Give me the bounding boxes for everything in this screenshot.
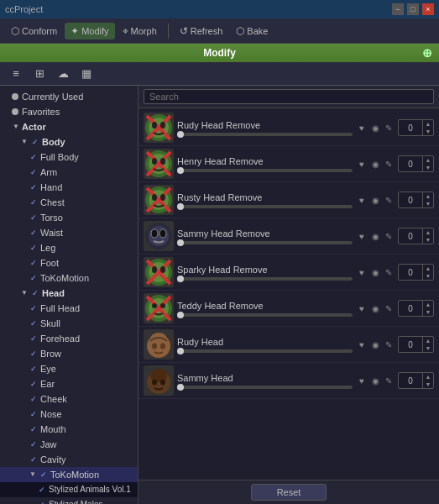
stepper-up[interactable]: ▲ xyxy=(423,265,433,272)
sidebar-item-cheek[interactable]: ✓ Cheek xyxy=(0,391,138,407)
tab-icon-0[interactable]: ≡ xyxy=(7,65,25,83)
sidebar-item-ear[interactable]: ✓ Ear xyxy=(0,376,138,391)
sidebar-item-full-body[interactable]: ✓ Full Body xyxy=(0,150,138,165)
bake-button[interactable]: ⬡ Bake xyxy=(230,23,274,39)
morph-thumbnail xyxy=(144,257,174,287)
edit-button[interactable]: ✎ xyxy=(383,122,395,134)
sidebar-item-favorites[interactable]: Favorites xyxy=(0,104,138,119)
minimize-button[interactable]: − xyxy=(392,3,404,15)
title-bar: ccProject − □ × xyxy=(0,0,439,18)
panel-header: Modify ⊕ xyxy=(0,44,439,62)
like-button[interactable]: ♥ xyxy=(356,230,368,242)
edit-button[interactable]: ✎ xyxy=(383,230,395,242)
modify-button[interactable]: ✦ Modify xyxy=(65,23,114,39)
sidebar-item-torso[interactable]: ✓ Torso xyxy=(0,210,138,225)
sidebar-item-eye[interactable]: ✓ Eye xyxy=(0,361,138,376)
stepper-down[interactable]: ▼ xyxy=(423,381,433,388)
edit-button[interactable]: ✎ xyxy=(383,339,395,350)
morph-slider[interactable] xyxy=(177,205,353,208)
edit-button[interactable]: ✎ xyxy=(383,158,395,170)
sidebar-label: ToKoMotion xyxy=(50,468,99,481)
refresh-button[interactable]: ↺ Refresh xyxy=(174,23,229,39)
pin-button[interactable]: ◉ xyxy=(369,375,381,386)
pin-button[interactable]: ◉ xyxy=(369,122,381,134)
like-button[interactable]: ♥ xyxy=(356,122,368,134)
sidebar-item-tokomotion-body[interactable]: ✓ ToKoMotion xyxy=(0,270,138,286)
sidebar-item-mouth[interactable]: ✓ Mouth xyxy=(0,422,138,437)
stepper-up[interactable]: ▲ xyxy=(423,156,433,164)
sidebar-item-tokomotion-head[interactable]: ▼ ✓ ToKoMotion xyxy=(0,467,138,482)
stepper-down[interactable]: ▼ xyxy=(423,200,433,207)
sidebar-item-skull[interactable]: ✓ Skull xyxy=(0,316,138,331)
restore-button[interactable]: □ xyxy=(407,3,419,15)
close-button[interactable]: × xyxy=(422,3,434,15)
svg-point-37 xyxy=(160,344,165,349)
sidebar-item-currently-used[interactable]: Currently Used xyxy=(0,89,138,104)
sidebar-item-jaw[interactable]: ✓ Jaw xyxy=(0,437,138,452)
sidebar-item-stylized-animals[interactable]: ✓ Stylized Animals Vol.1 xyxy=(0,482,138,497)
morph-slider[interactable] xyxy=(177,277,353,281)
stepper-up[interactable]: ▲ xyxy=(423,192,433,200)
morph-slider[interactable] xyxy=(177,241,353,244)
conform-button[interactable]: ⬡ Conform xyxy=(5,23,63,39)
sidebar-item-arm[interactable]: ✓ Arm xyxy=(0,165,138,180)
sidebar-item-chest[interactable]: ✓ Chest xyxy=(0,195,138,210)
sidebar-item-full-head[interactable]: ✓ Full Head xyxy=(0,301,138,316)
sidebar-item-stylized-males[interactable]: ✓ Stylized Males xyxy=(0,497,138,504)
morph-thumbnail xyxy=(144,365,174,396)
morph-slider[interactable] xyxy=(177,349,353,353)
morph-slider[interactable] xyxy=(177,169,353,172)
sidebar-label: Skull xyxy=(40,317,60,330)
stepper-up[interactable]: ▲ xyxy=(423,228,433,236)
tab-icon-3[interactable]: ▦ xyxy=(77,65,96,83)
morph-button[interactable]: ⌖ Morph xyxy=(117,23,163,39)
stepper-down[interactable]: ▼ xyxy=(423,128,433,135)
sidebar-item-forehead[interactable]: ✓ Forehead xyxy=(0,331,138,346)
edit-button[interactable]: ✎ xyxy=(383,375,395,386)
sidebar-item-leg[interactable]: ✓ Leg xyxy=(0,240,138,255)
stepper-up[interactable]: ▲ xyxy=(423,120,433,128)
pin-button[interactable]: ◉ xyxy=(369,302,381,314)
stepper-up[interactable]: ▲ xyxy=(423,373,433,381)
pin-button[interactable]: ◉ xyxy=(369,230,381,242)
sidebar-item-actor[interactable]: ▼ Actor xyxy=(0,119,138,134)
like-button[interactable]: ♥ xyxy=(356,158,368,170)
stepper-down[interactable]: ▼ xyxy=(423,164,433,171)
sidebar-item-foot[interactable]: ✓ Foot xyxy=(0,255,138,270)
sidebar-item-body[interactable]: ▼ ✓ Body xyxy=(0,134,138,150)
morph-info: Rudy Head Remove xyxy=(177,120,353,136)
morph-slider[interactable] xyxy=(177,133,353,136)
like-button[interactable]: ♥ xyxy=(356,375,368,386)
pin-button[interactable]: ◉ xyxy=(369,194,381,206)
sidebar-item-cavity[interactable]: ✓ Cavity xyxy=(0,452,138,467)
pin-button[interactable]: ◉ xyxy=(369,158,381,170)
like-button[interactable]: ♥ xyxy=(356,339,368,350)
sidebar-item-brow[interactable]: ✓ Brow xyxy=(0,346,138,361)
stepper-down[interactable]: ▼ xyxy=(423,344,433,352)
edit-button[interactable]: ✎ xyxy=(383,302,395,314)
stepper-up[interactable]: ▲ xyxy=(423,301,433,308)
search-input[interactable] xyxy=(144,89,434,104)
reset-button[interactable]: Reset xyxy=(251,484,327,501)
stepper-down[interactable]: ▼ xyxy=(423,236,433,244)
expand-arrow-icon: ▼ xyxy=(20,289,29,297)
stepper-up[interactable]: ▲ xyxy=(423,337,433,344)
tab-icon-2[interactable]: ☁ xyxy=(54,65,72,83)
sidebar-item-head[interactable]: ▼ ✓ Head xyxy=(0,286,138,301)
edit-button[interactable]: ✎ xyxy=(383,194,395,206)
sidebar-item-nose[interactable]: ✓ Nose xyxy=(0,407,138,422)
pin-button[interactable]: ◉ xyxy=(369,339,381,350)
like-button[interactable]: ♥ xyxy=(356,194,368,206)
sidebar-label: Currently Used xyxy=(22,90,83,103)
sidebar-item-waist[interactable]: ✓ Waist xyxy=(0,225,138,240)
tab-icon-1[interactable]: ⊞ xyxy=(30,65,49,83)
pin-button[interactable]: ◉ xyxy=(369,266,381,278)
like-button[interactable]: ♥ xyxy=(356,302,368,314)
morph-slider[interactable] xyxy=(177,313,353,317)
stepper-down[interactable]: ▼ xyxy=(423,308,433,316)
stepper-down[interactable]: ▼ xyxy=(423,272,433,280)
like-button[interactable]: ♥ xyxy=(356,266,368,278)
morph-slider[interactable] xyxy=(177,386,353,389)
edit-button[interactable]: ✎ xyxy=(383,266,395,278)
sidebar-item-hand[interactable]: ✓ Hand xyxy=(0,180,138,195)
